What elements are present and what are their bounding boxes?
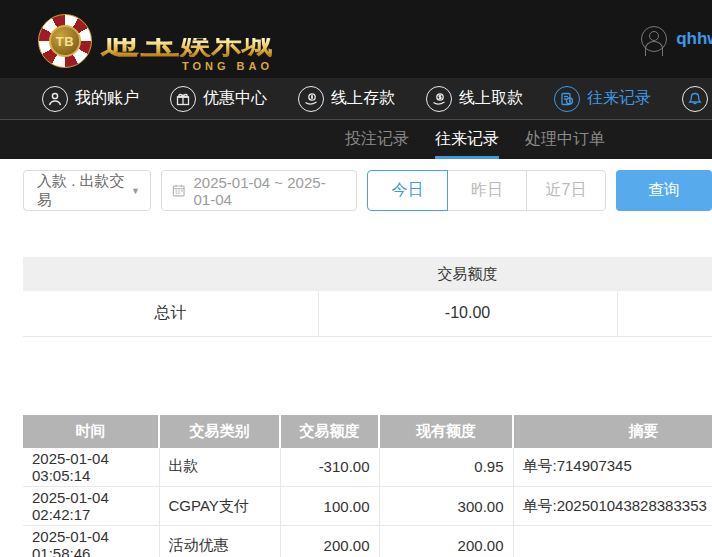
tab-betting-records[interactable]: 投注记录 — [345, 120, 409, 159]
nav-item-deposit[interactable]: 线上存款 — [298, 86, 395, 112]
col-balance: 现有额度 — [379, 415, 513, 448]
main-nav: 我的账户 优惠中心 线上存款 线上取款 往来记录 — [0, 78, 712, 120]
clipboard-clock-icon — [554, 86, 580, 112]
tab-transaction-records[interactable]: 往来记录 — [435, 120, 499, 159]
table-row: 2025-01-04 03:05:14 出款 -310.00 0.95 单号:7… — [23, 448, 712, 487]
search-button[interactable]: 查询 — [616, 170, 712, 211]
nav-label: 优惠中心 — [203, 88, 267, 109]
cell-type: 出款 — [159, 448, 280, 487]
table-row: 2025-01-04 02:42:17 CGPAY支付 100.00 300.0… — [23, 487, 712, 526]
cell-amount: -310.00 — [280, 448, 379, 487]
cell-type: 活动优惠 — [159, 526, 280, 557]
top-header: TB 通宝娱乐城 TONG BAO qhhw2 — [0, 0, 712, 78]
summary-total-row: 总计 -10.00 — [23, 291, 712, 336]
gift-icon — [170, 86, 196, 112]
user-avatar-icon — [641, 26, 667, 52]
table-row: 2025-01-04 01:58:46 活动优惠 200.00 200.00 — [23, 526, 712, 557]
nav-item-my-account[interactable]: 我的账户 — [42, 86, 139, 112]
cell-balance: 200.00 — [379, 526, 513, 557]
transaction-type-select[interactable]: 入款 . 出款交易 ▼ — [23, 170, 151, 211]
chevron-down-icon: ▼ — [131, 186, 140, 196]
chip-tb-label: TB — [49, 25, 81, 57]
poker-chip-icon: TB — [38, 14, 92, 68]
table-header-row: 时间 交易类别 交易额度 现有额度 摘要 — [23, 415, 712, 448]
last7days-button[interactable]: 近7日 — [526, 171, 605, 210]
col-amount: 交易额度 — [280, 415, 379, 448]
summary-header-empty — [23, 257, 318, 291]
cell-time: 2025-01-04 03:05:14 — [23, 448, 159, 487]
cell-summary: 单号:202501043828383353 — [513, 487, 712, 526]
username: qhhw2 — [676, 29, 712, 49]
summary-header-amount: 交易额度 — [318, 257, 617, 291]
cell-amount: 100.00 — [280, 487, 379, 526]
yesterday-button[interactable]: 昨日 — [447, 171, 526, 210]
nav-label: 我的账户 — [75, 88, 139, 109]
cell-time: 2025-01-04 01:58:46 — [23, 526, 159, 557]
hand-dollar-icon — [426, 86, 452, 112]
logo-text: 通宝娱乐城 TONG BAO — [100, 12, 273, 70]
filter-row: 入款 . 出款交易 ▼ 2025-01-04 ~ 2025-01-04 今日 昨… — [23, 170, 712, 211]
logo-title-en: TONG BAO — [182, 60, 273, 72]
col-time: 时间 — [23, 415, 159, 448]
cell-summary: 单号:714907345 — [513, 448, 712, 487]
nav-item-promotions[interactable]: 优惠中心 — [170, 86, 267, 112]
nav-item-records[interactable]: 往来记录 — [554, 86, 651, 112]
summary-header-empty — [617, 257, 712, 291]
calendar-icon — [172, 183, 185, 198]
nav-label: 往来记录 — [587, 88, 651, 109]
nav-item-withdraw[interactable]: 线上取款 — [426, 86, 523, 112]
select-value: 入款 . 出款交易 — [37, 172, 131, 210]
summary-header-row: 交易额度 — [23, 257, 712, 291]
logo-title-cn: 通宝娱乐城 — [100, 38, 273, 57]
cell-summary — [513, 526, 712, 557]
today-button[interactable]: 今日 — [368, 171, 447, 210]
date-range-value: 2025-01-04 ~ 2025-01-04 — [193, 174, 346, 208]
date-range-input[interactable]: 2025-01-04 ~ 2025-01-04 — [161, 170, 357, 211]
cell-time: 2025-01-04 02:42:17 — [23, 487, 159, 526]
tab-processing-orders[interactable]: 处理中订单 — [525, 120, 605, 159]
summary-table: 交易额度 总计 -10.00 — [23, 257, 712, 337]
hand-coin-icon — [298, 86, 324, 112]
col-summary: 摘要 — [513, 415, 712, 448]
sub-nav: 投注记录 往来记录 处理中订单 — [0, 120, 712, 159]
site-logo[interactable]: TB 通宝娱乐城 TONG BAO — [38, 12, 273, 70]
summary-total-amount: -10.00 — [318, 291, 617, 336]
nav-label: 线上存款 — [331, 88, 395, 109]
transactions-table: 时间 交易类别 交易额度 现有额度 摘要 2025-01-04 03:05:14… — [23, 415, 712, 557]
bell-icon — [682, 86, 708, 112]
cell-amount: 200.00 — [280, 526, 379, 557]
cell-balance: 0.95 — [379, 448, 513, 487]
quick-date-button-group: 今日 昨日 近7日 — [367, 170, 606, 211]
user-area[interactable]: qhhw2 — [641, 0, 712, 78]
person-icon — [42, 86, 68, 112]
cell-balance: 300.00 — [379, 487, 513, 526]
summary-empty-cell — [617, 291, 712, 336]
cell-type: CGPAY支付 — [159, 487, 280, 526]
nav-item-messages[interactable]: 信 — [682, 86, 712, 112]
col-type: 交易类别 — [159, 415, 280, 448]
summary-total-label: 总计 — [23, 291, 318, 336]
nav-label: 线上取款 — [459, 88, 523, 109]
